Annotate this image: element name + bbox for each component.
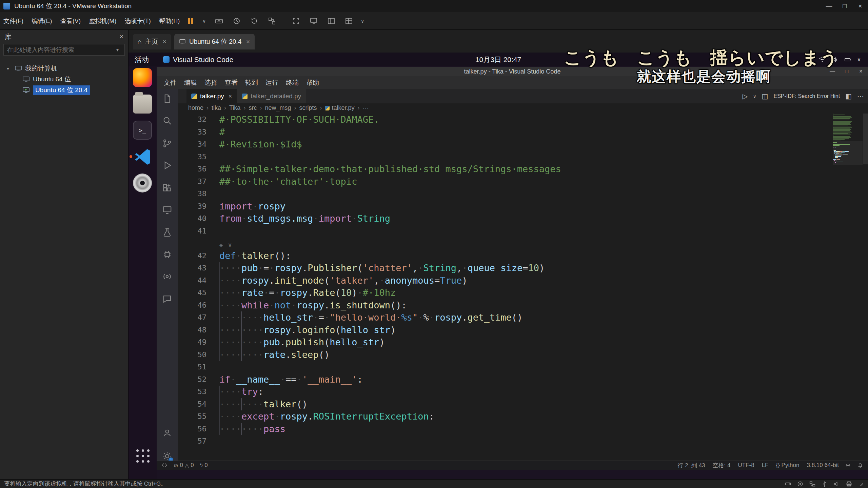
firefox-icon[interactable]	[133, 68, 152, 87]
live-share-icon[interactable]	[160, 270, 174, 283]
split-editor-icon[interactable]: ◫	[762, 92, 768, 100]
testing-icon[interactable]	[160, 226, 174, 239]
code-line[interactable]: 37##·to·the·'chatter'·topic	[178, 176, 868, 188]
status-item[interactable]: 3.8.10 64-bit	[807, 462, 839, 469]
library-search[interactable]: ▾	[3, 44, 125, 56]
files-icon[interactable]	[133, 95, 152, 114]
status-item[interactable]: {} Python	[776, 462, 799, 469]
menu-help[interactable]: 帮助(H)	[156, 12, 183, 30]
breadcrumb-item[interactable]: tika	[212, 104, 221, 111]
esp-idf-icon[interactable]	[160, 248, 174, 261]
code-line[interactable]: 56········pass	[178, 423, 868, 435]
account-icon[interactable]	[160, 426, 174, 440]
code-line[interactable]: 50········rate.sleep()	[178, 349, 868, 361]
code-line[interactable]: 35	[178, 151, 868, 163]
status-item[interactable]: UTF-8	[738, 462, 754, 469]
show-applications-button[interactable]	[135, 448, 151, 464]
tab-home[interactable]: ⌂ 主页 ×	[133, 34, 171, 49]
search-dropdown-icon[interactable]: ▾	[116, 47, 121, 53]
code-line[interactable]: 34#·Revision·$Id$	[178, 138, 868, 151]
code-line[interactable]: 41	[178, 225, 868, 238]
code-line[interactable]: 53····try:	[178, 386, 868, 398]
run-dropdown-icon[interactable]: ∨	[753, 94, 756, 99]
esp-idf-hint-button[interactable]: ESP-IDF: Search Error Hint	[773, 93, 840, 99]
code-line[interactable]: 33#	[178, 126, 868, 139]
menu-help[interactable]: 帮助	[302, 78, 323, 87]
tree-expand-icon[interactable]: ▾	[7, 66, 12, 71]
code-line[interactable]: 57	[178, 435, 868, 448]
explorer-icon[interactable]	[160, 92, 174, 105]
code-editor[interactable]: 32#·POSSIBILITY·OF·SUCH·DAMAGE.33#34#·Re…	[178, 113, 868, 461]
usb-icon[interactable]	[821, 481, 828, 487]
breadcrumb-item[interactable]: ⋯	[363, 104, 369, 112]
code-line[interactable]: 45····rate·=·rospy.Rate(10)·#·10hz	[178, 287, 868, 299]
tab-close-icon[interactable]: ×	[163, 38, 166, 45]
close-button[interactable]: ×	[852, 0, 868, 12]
vscode-dock-icon[interactable]	[133, 147, 152, 166]
menu-go[interactable]: 转到	[241, 78, 262, 87]
suspend-button[interactable]	[185, 16, 196, 26]
clock[interactable]: 10月3日 20:47	[475, 55, 521, 64]
breadcrumb-item[interactable]: new_msg	[265, 104, 291, 111]
library-toggle-icon[interactable]	[326, 16, 337, 26]
maximize-button[interactable]: □	[837, 0, 852, 12]
more-actions-icon[interactable]: ⋯	[857, 92, 864, 100]
remote-explorer-icon[interactable]	[160, 203, 174, 217]
remote-indicator[interactable]	[161, 462, 167, 468]
harddisk-icon[interactable]	[785, 481, 791, 487]
activities-button[interactable]: 活动	[135, 55, 149, 64]
vm-display[interactable]: 活动 Visual Studio Code 10月3日 20:47 ∨ >_	[129, 53, 868, 479]
app-menu[interactable]: Visual Studio Code	[163, 56, 233, 64]
menu-view[interactable]: 查看	[221, 78, 241, 87]
status-item[interactable]: 空格: 4	[713, 462, 731, 469]
take-snapshot-icon[interactable]	[231, 16, 242, 26]
library-close-icon[interactable]: ×	[119, 33, 123, 41]
tab-close-icon[interactable]: ×	[246, 38, 250, 45]
code-line[interactable]: 32#·POSSIBILITY·OF·SUCH·DAMAGE.	[178, 114, 868, 126]
library-search-input[interactable]	[7, 46, 116, 54]
bell-icon[interactable]	[857, 462, 863, 468]
code-line[interactable]: 48········rospy.loginfo(hello_str)	[178, 324, 868, 337]
dvd-icon[interactable]	[133, 174, 152, 192]
sound-icon[interactable]	[833, 481, 840, 487]
menu-edit[interactable]: 编辑(E)	[28, 12, 55, 30]
power-dropdown-icon[interactable]: ∨	[202, 18, 207, 24]
run-python-file-button[interactable]: ▷	[743, 92, 748, 100]
network-adapter-icon[interactable]	[809, 481, 816, 487]
menu-terminal[interactable]: 终端	[282, 78, 302, 87]
code-line[interactable]: 36##·Simple·talker·demo·that·published·s…	[178, 163, 868, 176]
code-line[interactable]: ◈ ∨	[178, 237, 868, 250]
menu-tabs[interactable]: 选项卡(T)	[121, 12, 154, 30]
menu-selection[interactable]: 选择	[201, 78, 221, 87]
menu-edit[interactable]: 编辑	[180, 78, 201, 87]
menu-file[interactable]: 文件	[160, 78, 180, 87]
status-item[interactable]: LF	[762, 462, 769, 469]
comments-icon[interactable]	[160, 292, 174, 306]
printer-icon[interactable]	[846, 481, 852, 487]
breadcrumb-item[interactable]: Tika	[229, 104, 240, 111]
menu-run[interactable]: 运行	[262, 78, 282, 87]
code-line[interactable]: 40from·std_msgs.msg·import·String	[178, 212, 868, 225]
minimap-slider[interactable]	[833, 141, 863, 165]
tab-close-icon[interactable]: ×	[229, 93, 232, 100]
run-debug-icon[interactable]	[160, 159, 174, 172]
tab-talker-py[interactable]: talker.py ×	[186, 89, 237, 103]
maximize-button[interactable]: □	[840, 67, 854, 76]
editor-scrollbar[interactable]	[863, 114, 868, 164]
breadcrumb-item[interactable]: home	[188, 104, 203, 111]
status-item[interactable]: 行 2, 列 43	[677, 462, 705, 469]
code-line[interactable]: 51	[178, 361, 868, 373]
code-line[interactable]: 38	[178, 188, 868, 200]
code-line[interactable]: 52if·__name__·==·'__main__':	[178, 373, 868, 386]
code-line[interactable]: 44····rospy.init_node('talker',·anonymou…	[178, 274, 868, 287]
fullscreen-icon[interactable]	[290, 16, 302, 26]
breadcrumb[interactable]: home›tika›Tika›src›new_msg›scripts›talke…	[178, 103, 868, 113]
tree-item-my-computer[interactable]: ▾ 我的计算机	[0, 63, 128, 74]
terminal-icon[interactable]: >_	[133, 121, 152, 140]
console-view-icon[interactable]	[308, 16, 319, 26]
minimize-button[interactable]: —	[821, 0, 837, 12]
cdrom-icon[interactable]	[797, 481, 804, 487]
close-button[interactable]: ×	[854, 67, 868, 76]
code-line[interactable]: 47········hello_str·=·"hello·world·%s"·%…	[178, 311, 868, 324]
tree-item-ubuntu[interactable]: Ubuntu 64 位	[0, 74, 128, 85]
